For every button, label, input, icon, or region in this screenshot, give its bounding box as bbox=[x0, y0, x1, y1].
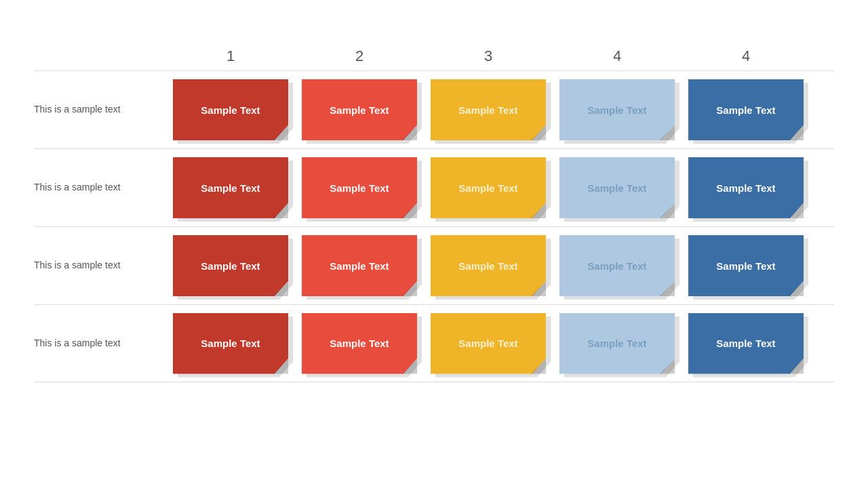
cell-text: Sample Text bbox=[173, 157, 288, 218]
col-header-5: 4 bbox=[682, 47, 810, 65]
cell-r2-c1: Sample Text bbox=[166, 149, 295, 226]
cell-r1-c3: Sample Text bbox=[424, 71, 553, 148]
row-label-4: This is a sample text bbox=[34, 305, 166, 382]
cell-text: Sample Text bbox=[559, 157, 675, 218]
table-row: This is a sample textSample TextSample T… bbox=[34, 70, 834, 148]
col-header-1: 1 bbox=[166, 47, 295, 65]
cell-text: Sample Text bbox=[431, 235, 546, 296]
cell-r4-c5: Sample Text bbox=[682, 305, 810, 382]
cell-text: Sample Text bbox=[688, 235, 804, 296]
cell-text: Sample Text bbox=[173, 235, 288, 296]
cell-text: Sample Text bbox=[431, 79, 546, 140]
cell-r3-c2: Sample Text bbox=[295, 227, 424, 304]
table-row: This is a sample textSample TextSample T… bbox=[34, 226, 834, 304]
col-header-4: 4 bbox=[553, 47, 682, 65]
cell-r1-c2: Sample Text bbox=[295, 71, 424, 148]
cell-text: Sample Text bbox=[431, 313, 546, 374]
cell-r4-c4: Sample Text bbox=[553, 305, 682, 382]
cell-r3-c4: Sample Text bbox=[553, 227, 682, 304]
row-label-1: This is a sample text bbox=[34, 71, 166, 148]
cell-text: Sample Text bbox=[302, 157, 417, 218]
column-headers: 12344 bbox=[166, 47, 834, 65]
row-label-3: This is a sample text bbox=[34, 227, 166, 304]
cell-r3-c5: Sample Text bbox=[682, 227, 810, 304]
cell-r4-c2: Sample Text bbox=[295, 305, 424, 382]
cell-text: Sample Text bbox=[173, 79, 288, 140]
cell-r3-c3: Sample Text bbox=[424, 227, 553, 304]
row-label-2: This is a sample text bbox=[34, 149, 166, 226]
cell-r2-c4: Sample Text bbox=[553, 149, 682, 226]
cell-text: Sample Text bbox=[688, 157, 804, 218]
table-row: This is a sample textSample TextSample T… bbox=[34, 304, 834, 382]
cell-text: Sample Text bbox=[688, 79, 804, 140]
table-row: This is a sample textSample TextSample T… bbox=[34, 148, 834, 226]
cell-text: Sample Text bbox=[559, 79, 675, 140]
maturity-table: 12344 This is a sample textSample TextSa… bbox=[34, 47, 834, 382]
col-header-3: 3 bbox=[424, 47, 553, 65]
cell-r2-c5: Sample Text bbox=[682, 149, 810, 226]
cell-r4-c3: Sample Text bbox=[424, 305, 553, 382]
cell-text: Sample Text bbox=[431, 157, 546, 218]
cell-text: Sample Text bbox=[302, 235, 417, 296]
cell-r4-c1: Sample Text bbox=[166, 305, 295, 382]
cell-text: Sample Text bbox=[559, 235, 675, 296]
cell-r3-c1: Sample Text bbox=[166, 227, 295, 304]
cell-text: Sample Text bbox=[302, 79, 417, 140]
cell-r2-c2: Sample Text bbox=[295, 149, 424, 226]
cell-r1-c1: Sample Text bbox=[166, 71, 295, 148]
decorative-shadow bbox=[818, 98, 845, 451]
cell-r1-c5: Sample Text bbox=[682, 71, 810, 148]
cell-text: Sample Text bbox=[302, 313, 417, 374]
cell-text: Sample Text bbox=[173, 313, 288, 374]
cell-text: Sample Text bbox=[559, 313, 675, 374]
cell-r1-c4: Sample Text bbox=[553, 71, 682, 148]
cell-text: Sample Text bbox=[688, 313, 804, 374]
cell-r2-c3: Sample Text bbox=[424, 149, 553, 226]
slide: 12344 This is a sample textSample TextSa… bbox=[0, 0, 868, 488]
col-header-2: 2 bbox=[295, 47, 424, 65]
